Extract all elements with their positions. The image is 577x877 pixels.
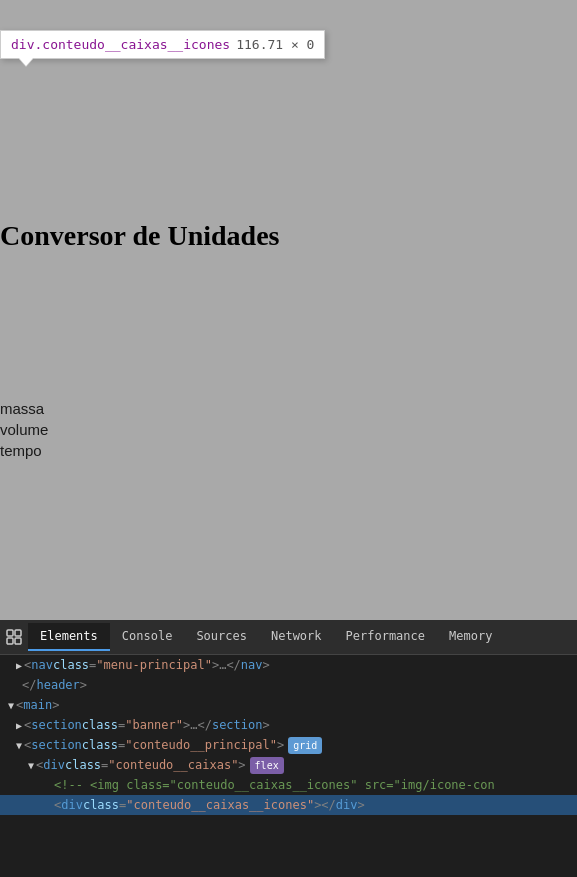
tab-performance[interactable]: Performance (334, 623, 437, 651)
devtools-content: ▶ <nav class="menu-principal" > … </nav>… (0, 655, 577, 815)
tab-memory[interactable]: Memory (437, 623, 504, 651)
nav-item-volume: volume (0, 421, 48, 438)
expand-arrow: ▶ (16, 658, 22, 673)
code-line-main[interactable]: ▼ <main> (0, 695, 577, 715)
webpage-preview: div.conteudo__caixas__icones 116.71 × 0 … (0, 0, 577, 620)
code-line-div-icones[interactable]: <div class="conteudo__caixas__icones" ><… (0, 795, 577, 815)
tab-network[interactable]: Network (259, 623, 334, 651)
nav-item-tempo: tempo (0, 442, 48, 459)
code-line-comment[interactable]: <!-- <img class="conteudo__caixas__icone… (0, 775, 577, 795)
svg-rect-0 (7, 630, 13, 636)
nav-item-massa: massa (0, 400, 48, 417)
expand-arrow-main: ▼ (8, 698, 14, 713)
devtools-tab-bar: Elements Console Sources Network Perform… (0, 620, 577, 655)
expand-arrow-caixas: ▼ (28, 758, 34, 773)
svg-rect-1 (15, 630, 21, 636)
expand-arrow-principal: ▼ (16, 738, 22, 753)
svg-rect-2 (7, 638, 13, 644)
nav-items-list: massa volume tempo (0, 400, 48, 459)
code-line-div-caixas[interactable]: ▼ <div class="conteudo__caixas" > flex (0, 755, 577, 775)
devtools-icon (4, 627, 24, 647)
tooltip-dimensions: 116.71 × 0 (236, 37, 314, 52)
grid-badge: grid (288, 737, 322, 754)
page-title: Conversor de Unidades (0, 220, 280, 252)
tab-console[interactable]: Console (110, 623, 185, 651)
element-tooltip: div.conteudo__caixas__icones 116.71 × 0 (0, 30, 325, 59)
svg-rect-3 (15, 638, 21, 644)
tab-sources[interactable]: Sources (184, 623, 259, 651)
code-line-section-banner[interactable]: ▶ <section class="banner" > … </section> (0, 715, 577, 735)
code-line-nav[interactable]: ▶ <nav class="menu-principal" > … </nav> (0, 655, 577, 675)
code-line-header-close[interactable]: </header> (0, 675, 577, 695)
tooltip-class-name: div.conteudo__caixas__icones (11, 37, 230, 52)
devtools-panel: Elements Console Sources Network Perform… (0, 620, 577, 877)
expand-arrow-banner: ▶ (16, 718, 22, 733)
code-line-section-principal[interactable]: ▼ <section class="conteudo__principal" >… (0, 735, 577, 755)
tab-elements[interactable]: Elements (28, 623, 110, 651)
flex-badge: flex (250, 757, 284, 774)
